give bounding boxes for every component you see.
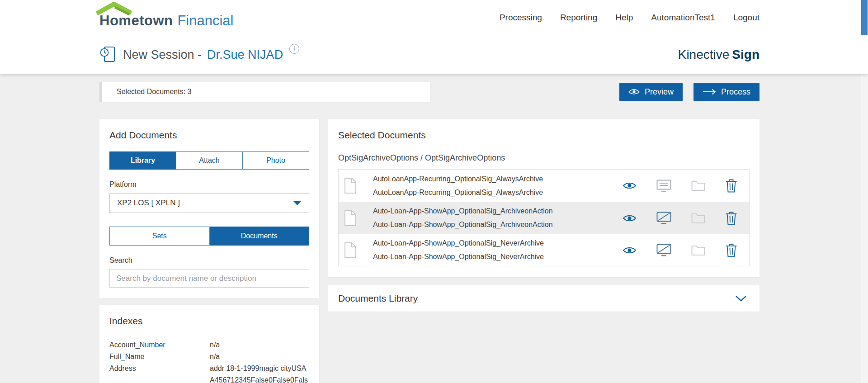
product-logo: KinectiveSign [678, 47, 760, 62]
documents-button[interactable]: Documents [210, 227, 310, 246]
document-description: Auto-Loan-App-ShowApp_OptionalSig_Archiv… [373, 218, 553, 232]
file-icon [344, 177, 357, 194]
index-row: Full_Name n/a [109, 351, 309, 363]
document-name: Auto-Loan-App-ShowApp_OptionalSig_Archiv… [373, 204, 553, 218]
document-actions [623, 211, 737, 225]
folder-icon[interactable] [691, 180, 705, 191]
view-document-icon[interactable] [623, 214, 637, 222]
preview-button[interactable]: Preview [619, 83, 683, 101]
file-icon [344, 210, 357, 227]
document-row: AutoLoanApp-Recurring_OptionalSig_Always… [339, 170, 749, 202]
product-name: Kinective [678, 47, 730, 61]
toolbar-actions: Preview Process [619, 83, 760, 101]
documents-library-title: Documents Library [338, 293, 418, 304]
product-suffix: Sign [732, 47, 760, 61]
platform-select[interactable]: XP2 LOS [ XPLN ] [109, 193, 309, 213]
session-header: New Session - Dr.Sue NIJAD i KinectiveSi… [0, 35, 868, 74]
nav-item-logout[interactable]: Logout [733, 13, 760, 23]
session-user-link[interactable]: Dr.Sue NIJAD [207, 48, 283, 62]
index-label: Full_Name [109, 351, 210, 363]
sets-button[interactable]: Sets [109, 227, 210, 246]
tab-attach[interactable]: Attach [176, 151, 243, 170]
index-label: Address [109, 363, 210, 383]
signature-pad-disabled-icon[interactable] [656, 212, 671, 224]
index-label: Account_Number [109, 339, 210, 351]
signature-pad-disabled-icon[interactable] [656, 244, 671, 256]
selected-documents-title: Selected Documents [338, 130, 750, 141]
toolbar: Selected Documents: 3 Preview [99, 74, 760, 102]
document-name: Auto-Loan-App-ShowApp_OptionalSig_NeverA… [373, 236, 544, 250]
delete-icon[interactable] [725, 211, 737, 225]
nav-item-username[interactable]: AutomationTest1 [651, 13, 715, 23]
tab-photo[interactable]: Photo [243, 151, 309, 170]
document-rows: AutoLoanApp-Recurring_OptionalSig_Always… [338, 169, 750, 266]
process-label: Process [721, 87, 750, 97]
add-documents-panel: Add Documents Library Attach Photo Platf… [99, 119, 319, 298]
folder-icon[interactable] [691, 245, 705, 256]
delete-icon[interactable] [725, 179, 737, 193]
tab-library[interactable]: Library [109, 151, 176, 170]
sets-documents-toggle: Sets Documents [109, 227, 309, 246]
arrow-right-icon [703, 89, 716, 95]
index-value: n/a [210, 351, 309, 363]
view-document-icon[interactable] [623, 181, 637, 190]
session-title: New Session - [123, 48, 202, 62]
index-value: addr 18-1-1999magic cityUSAA456712345Fal… [210, 363, 309, 383]
add-documents-title: Add Documents [109, 130, 309, 141]
main-nav: Processing Reporting Help AutomationTest… [500, 13, 760, 23]
file-icon [344, 242, 357, 259]
preview-label: Preview [645, 87, 674, 97]
search-label: Search [109, 256, 309, 265]
top-navigation: Hometown Financial Processing Reporting … [0, 0, 868, 35]
eye-icon [628, 88, 640, 95]
main-content: Selected Documents: 3 Preview [0, 74, 868, 383]
folder-icon[interactable] [691, 213, 705, 224]
process-button[interactable]: Process [693, 83, 760, 101]
nav-item-reporting[interactable]: Reporting [560, 13, 597, 23]
index-row: Address addr 18-1-1999magic cityUSAA4567… [109, 363, 309, 383]
document-row: Auto-Loan-App-ShowApp_OptionalSig_Archiv… [339, 202, 749, 234]
chevron-down-icon [293, 201, 302, 206]
document-row: Auto-Loan-App-ShowApp_OptionalSig_NeverA… [339, 234, 749, 266]
signature-pad-icon[interactable] [656, 180, 671, 192]
document-group-label: OptSigArchiveOptions / OptSigArchiveOpti… [338, 153, 750, 163]
nav-item-processing[interactable]: Processing [500, 13, 542, 23]
search-input[interactable] [109, 269, 309, 288]
logo-roof-icon [94, 1, 149, 15]
index-value: n/a [210, 339, 309, 351]
add-documents-tabs: Library Attach Photo [109, 151, 309, 170]
indexes-title: Indexes [109, 316, 309, 326]
platform-label: Platform [109, 180, 309, 189]
logo-text-secondary: Financial [177, 13, 233, 29]
nav-item-help[interactable]: Help [615, 13, 633, 23]
chevron-down-icon[interactable] [735, 295, 747, 302]
session-icon [99, 46, 116, 64]
selected-documents-count-bar: Selected Documents: 3 [99, 82, 430, 102]
indexes-panel: Indexes Account_Number n/a Full_Name n/a [99, 305, 319, 383]
view-document-icon[interactable] [623, 246, 637, 255]
document-actions [623, 179, 737, 193]
document-description: AutoLoanApp-Recurring_OptionalSig_Always… [373, 186, 543, 199]
platform-selected-value: XP2 LOS [ XPLN ] [117, 199, 180, 208]
hometown-logo[interactable]: Hometown Financial [99, 6, 234, 29]
delete-icon[interactable] [725, 243, 737, 257]
page: Hometown Financial Processing Reporting … [0, 0, 868, 383]
document-name: AutoLoanApp-Recurring_OptionalSig_Always… [373, 172, 543, 186]
index-row: Account_Number n/a [109, 339, 309, 351]
selected-documents-panel: Selected Documents OptSigArchiveOptions … [328, 119, 760, 277]
document-description: Auto-Loan-App-ShowApp_OptionalSig_NeverA… [373, 250, 544, 264]
info-icon[interactable]: i [289, 44, 299, 54]
document-actions [623, 243, 737, 257]
index-rows: Account_Number n/a Full_Name n/a Address… [109, 339, 309, 383]
selected-count-label: Selected Documents: 3 [117, 88, 191, 96]
documents-library-panel[interactable]: Documents Library [328, 285, 760, 312]
